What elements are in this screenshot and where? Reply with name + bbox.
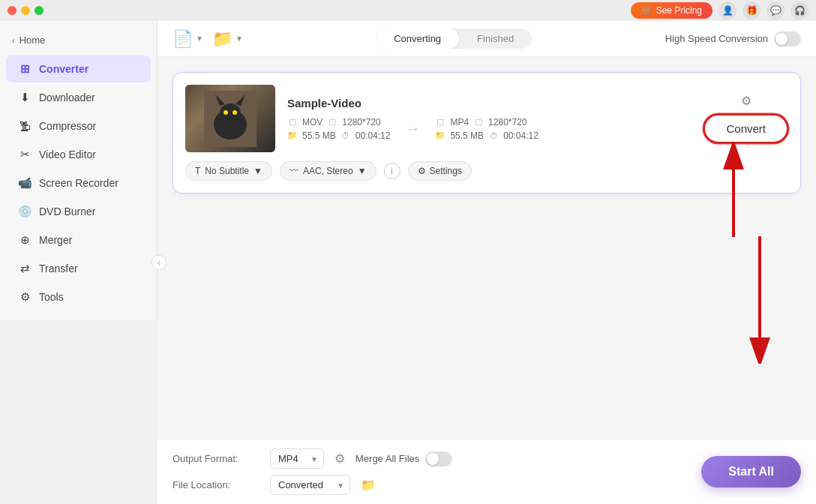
- video-settings-icon-button[interactable]: ⚙: [741, 94, 752, 108]
- convert-arrow-icon: →: [405, 120, 420, 137]
- sidebar-item-compressor[interactable]: 🗜 Compressor: [6, 112, 151, 140]
- transfer-label: Transfer: [39, 262, 78, 274]
- sidebar-item-downloader[interactable]: ⬇ Downloader: [6, 84, 151, 111]
- merge-section: Merge All Files: [356, 452, 452, 466]
- tab-converting[interactable]: Converting: [376, 28, 459, 49]
- gift-icon[interactable]: 🎁: [742, 2, 760, 20]
- output-format-row: ▢ MP4 ▢ 1280*720: [435, 117, 538, 128]
- settings-button[interactable]: ⚙ Settings: [408, 161, 472, 181]
- screen-recorder-label: Screen Recorder: [39, 177, 118, 189]
- sidebar-item-tools[interactable]: ⚙ Tools: [6, 284, 151, 310]
- subtitle-selector[interactable]: T No Subtitle ▼: [185, 161, 272, 181]
- clock-icon: ⏱: [340, 130, 351, 141]
- thumbnail-image: [185, 85, 275, 152]
- output-folder-icon: 📁: [435, 130, 446, 141]
- bottom-settings: Output Format: MP4 MOV AVI MKV ⚙ Merge A…: [172, 448, 452, 495]
- subtitle-dropdown-icon: ▼: [254, 166, 262, 176]
- video-info: Sample-Video ▢ MOV ▢ 1280*720: [287, 97, 692, 141]
- add-file-button[interactable]: 📄 ▼: [172, 29, 203, 49]
- sidebar-item-video-editor[interactable]: ✂ Video Editor: [6, 141, 151, 168]
- compressor-icon: 🗜: [18, 119, 32, 133]
- chat-icon[interactable]: 💬: [766, 2, 784, 20]
- sidebar-item-screen-recorder[interactable]: 📹 Screen Recorder: [6, 170, 151, 196]
- main-layout: ‹ Home ⊞ Converter ⬇ Downloader 🗜 Compre…: [0, 21, 816, 504]
- downloader-icon: ⬇: [18, 91, 32, 104]
- encode-settings-button[interactable]: ⚙: [332, 452, 348, 466]
- add-folder-dropdown-arrow: ▼: [236, 34, 243, 43]
- video-editor-icon: ✂: [18, 148, 32, 161]
- audio-wave-icon: 〰: [290, 166, 298, 176]
- sidebar-item-merger[interactable]: ⊕ Merger: [6, 226, 151, 254]
- info-icon-button[interactable]: i: [384, 163, 400, 179]
- merger-icon: ⊕: [18, 233, 32, 247]
- convert-button[interactable]: Convert: [704, 114, 788, 143]
- settings-label: Settings: [430, 166, 462, 176]
- chevron-left-icon: ‹: [12, 36, 15, 45]
- toggle-thumb: [776, 33, 788, 45]
- output-format-label: Output Format:: [172, 453, 262, 464]
- dvd-burner-icon: 💿: [18, 205, 32, 218]
- output-file-icon: ▢: [435, 117, 446, 128]
- source-format: MOV: [302, 117, 322, 128]
- converter-label: Converter: [39, 63, 88, 75]
- add-folder-button[interactable]: 📁 ▼: [212, 29, 243, 49]
- merge-toggle[interactable]: [425, 452, 452, 466]
- video-meta: ▢ MOV ▢ 1280*720 📁 55.5 MB ⏱ 00:04:12: [287, 117, 692, 141]
- tools-icon: ⚙: [18, 290, 32, 304]
- see-pricing-button[interactable]: 🛒 See Pricing: [631, 2, 712, 19]
- home-link[interactable]: ‹ Home: [0, 30, 157, 55]
- sidebar-item-dvd-burner[interactable]: 💿 DVD Burner: [6, 198, 151, 225]
- file-icon: ▢: [287, 117, 298, 128]
- output-format-select[interactable]: MP4 MOV AVI MKV: [270, 448, 324, 469]
- browse-folder-button[interactable]: 📁: [358, 478, 379, 492]
- tools-label: Tools: [39, 291, 64, 303]
- high-speed-toggle[interactable]: [774, 32, 801, 46]
- window-controls: [8, 6, 44, 15]
- output-resolution: 1280*720: [488, 117, 526, 128]
- source-size-row: 📁 55.5 MB ⏱ 00:04:12: [287, 130, 390, 141]
- content-bottombar: Output Format: MP4 MOV AVI MKV ⚙ Merge A…: [158, 439, 816, 504]
- source-size: 55.5 MB: [302, 130, 336, 141]
- converter-icon: ⊞: [18, 62, 32, 76]
- output-duration: 00:04:12: [503, 130, 538, 141]
- sidebar-item-transfer[interactable]: ⇄ Transfer: [6, 255, 151, 282]
- content-topbar: 📄 ▼ 📁 ▼ Converting Finished High Speed C…: [158, 21, 816, 57]
- output-meta: ▢ MP4 ▢ 1280*720 📁 55.5 MB ⏱ 00:04:12: [435, 117, 538, 141]
- maximize-button[interactable]: [34, 6, 44, 15]
- audio-value: AAC, Stereo: [303, 166, 353, 176]
- output-clock-icon: ⏱: [488, 130, 499, 141]
- resolution-icon: ▢: [327, 117, 338, 128]
- merge-toggle-thumb: [427, 453, 439, 465]
- sidebar-item-converter[interactable]: ⊞ Converter: [6, 56, 151, 82]
- close-button[interactable]: [8, 6, 16, 15]
- tab-finished[interactable]: Finished: [459, 28, 532, 49]
- dvd-burner-label: DVD Burner: [39, 206, 95, 218]
- tabs-container: Converting Finished: [376, 28, 532, 49]
- output-res-icon: ▢: [473, 117, 484, 128]
- sidebar-collapse-button[interactable]: ‹: [152, 255, 166, 270]
- home-label: Home: [20, 34, 46, 46]
- output-size-row: 📁 55.5 MB ⏱ 00:04:12: [435, 130, 538, 141]
- start-all-button[interactable]: Start All: [701, 456, 801, 488]
- transfer-icon: ⇄: [18, 262, 32, 275]
- convert-button-area: ⚙ Convert: [704, 94, 788, 143]
- source-format-row: ▢ MOV ▢ 1280*720: [287, 117, 390, 128]
- audio-dropdown-icon: ▼: [358, 166, 367, 176]
- help-icon[interactable]: 🎧: [790, 2, 808, 20]
- content-area: 📄 ▼ 📁 ▼ Converting Finished High Speed C…: [158, 21, 816, 504]
- folder-icon: 📁: [287, 130, 298, 141]
- merge-label: Merge All Files: [356, 453, 419, 464]
- file-location-select[interactable]: Converted Desktop Downloads: [270, 475, 350, 495]
- subtitle-text-icon: T: [195, 166, 200, 176]
- cart-icon: 🛒: [641, 5, 652, 16]
- add-file-dropdown-arrow: ▼: [196, 34, 203, 43]
- svg-point-2: [220, 104, 241, 123]
- minimize-button[interactable]: [21, 6, 30, 15]
- see-pricing-label: See Pricing: [656, 5, 702, 16]
- account-icon[interactable]: 👤: [718, 2, 736, 20]
- svg-point-6: [232, 110, 237, 115]
- audio-selector[interactable]: 〰 AAC, Stereo ▼: [280, 161, 376, 181]
- content-actions: 📄 ▼ 📁 ▼: [172, 29, 243, 49]
- titlebar-right: 🛒 See Pricing 👤 🎁 💬 🎧: [631, 2, 808, 20]
- output-format: MP4: [450, 117, 469, 128]
